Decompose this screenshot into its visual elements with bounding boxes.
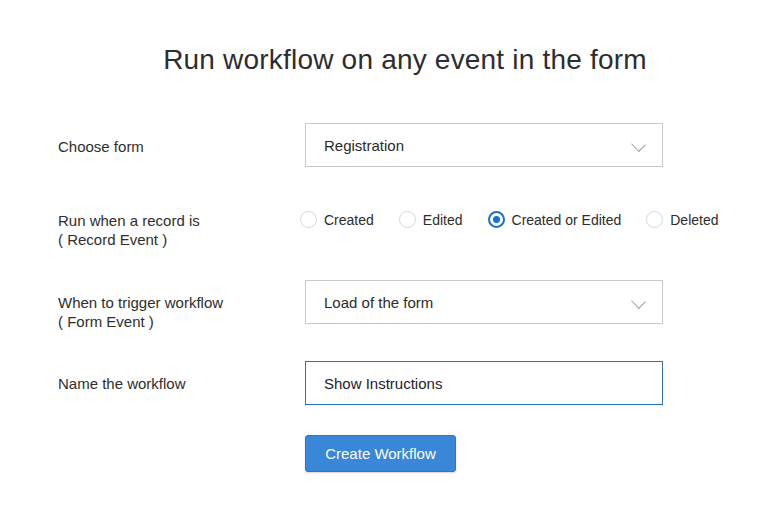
chevron-down-icon <box>631 294 646 309</box>
form-event-sublabel: ( Form Event ) <box>58 312 293 331</box>
choose-form-selected-value: Registration <box>324 137 404 154</box>
radio-button-icon <box>300 211 317 228</box>
radio-button-icon <box>488 211 505 228</box>
radio-option-deleted[interactable]: Deleted <box>646 211 718 228</box>
radio-option-label: Deleted <box>670 212 718 228</box>
workflow-setup-page: Run workflow on any event in the form Ch… <box>0 0 770 510</box>
radio-button-icon <box>646 211 663 228</box>
form-event-select[interactable]: Load of the form <box>305 280 663 324</box>
radio-option-created[interactable]: Created <box>300 211 374 228</box>
radio-option-label: Created <box>324 212 374 228</box>
choose-form-select[interactable]: Registration <box>305 123 663 167</box>
workflow-name-input[interactable] <box>305 361 663 405</box>
radio-option-created-or-edited[interactable]: Created or Edited <box>488 211 622 228</box>
chevron-down-icon <box>631 137 646 152</box>
form-event-label: When to trigger workflow ( Form Event ) <box>58 293 293 331</box>
record-event-sublabel: ( Record Event ) <box>58 230 293 249</box>
record-event-label-text: Run when a record is <box>58 212 200 229</box>
record-event-radio-group: Created Edited Created or Edited Deleted <box>300 211 719 228</box>
create-workflow-button[interactable]: Create Workflow <box>305 435 456 472</box>
choose-form-label: Choose form <box>58 137 293 156</box>
form-event-label-text: When to trigger workflow <box>58 294 223 311</box>
record-event-label: Run when a record is ( Record Event ) <box>58 211 293 249</box>
radio-option-edited[interactable]: Edited <box>399 211 463 228</box>
radio-button-icon <box>399 211 416 228</box>
radio-option-label: Created or Edited <box>512 212 622 228</box>
workflow-name-label: Name the workflow <box>58 374 293 393</box>
radio-option-label: Edited <box>423 212 463 228</box>
form-event-selected-value: Load of the form <box>324 294 433 311</box>
page-title: Run workflow on any event in the form <box>0 44 770 76</box>
